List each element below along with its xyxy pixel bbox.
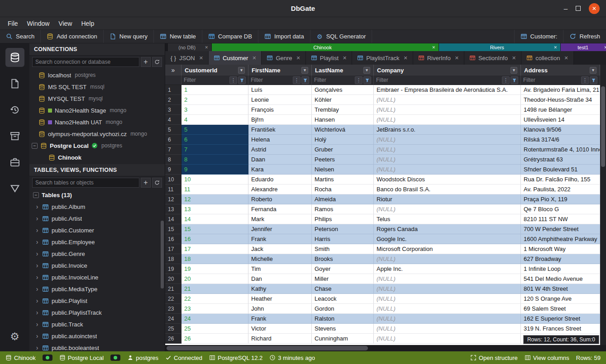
connection-item[interactable]: MYSQL TESTmysql	[29, 93, 165, 104]
grid-cell[interactable]: 319 N. Frances Street	[521, 324, 600, 334]
grid-row[interactable]: 11LuísGonçalvesEmbraer - Empresa Brasile…	[165, 85, 600, 95]
menu-file[interactable]: File	[4, 19, 22, 28]
grid-cell[interactable]: Almeida	[312, 194, 374, 204]
tables-header[interactable]: TABLES, VIEWS, FUNCTIONS	[29, 164, 165, 176]
close-icon[interactable]: ✕	[296, 55, 301, 61]
close-icon[interactable]: ✕	[403, 55, 407, 61]
grid-cell[interactable]: 120 S Orange Ave	[521, 294, 600, 304]
grid-cell[interactable]: Woodstock Discos	[374, 175, 521, 184]
grid-cell[interactable]: (NULL)	[374, 165, 521, 175]
grid-cell[interactable]: 20	[181, 274, 248, 284]
grid-cell[interactable]: Wichterlová	[312, 125, 374, 135]
grid-cell[interactable]: (NULL)	[374, 334, 521, 344]
row-number[interactable]: 16	[165, 234, 181, 244]
chevron-right-icon[interactable]: ›	[35, 274, 39, 281]
grid-cell[interactable]: 700 W Pender Street	[521, 224, 600, 234]
grid-cell[interactable]: Riotur	[374, 194, 521, 204]
collapse-icon[interactable]: −	[33, 192, 39, 198]
row-number[interactable]: 19	[165, 264, 181, 274]
row-number[interactable]: 13	[165, 204, 181, 214]
grid-cell[interactable]: 10	[181, 175, 248, 184]
status-rows-59[interactable]: Rows: 59	[576, 355, 601, 361]
grid-cell[interactable]: Rotenturmstraße 4, 1010 Innere Stadt	[521, 145, 600, 155]
grid-cell[interactable]: 6	[181, 135, 248, 145]
grid-cell[interactable]: Apple Inc.	[374, 264, 521, 274]
tab-customer[interactable]: Customer✕	[209, 51, 262, 65]
row-number[interactable]: 26	[165, 334, 181, 344]
chevron-right-icon[interactable]: ›	[35, 297, 39, 304]
grid-cell[interactable]: Mark	[248, 214, 312, 224]
close-icon[interactable]: ✕	[432, 45, 435, 50]
grid-cell[interactable]: 13	[181, 204, 248, 214]
column-dropdown-button[interactable]: ▾	[238, 67, 245, 74]
grid-cell[interactable]: Rocha	[312, 184, 374, 194]
grid-cell[interactable]: Dan	[248, 274, 312, 284]
connection-item[interactable]: olympus-medportal.vychozi.czmongo	[29, 128, 165, 140]
grid-cell[interactable]: Köhler	[312, 95, 374, 105]
row-number[interactable]: 24	[165, 314, 181, 324]
grid-row[interactable]: 44BjřrnHansen(NULL)Ullevĺlsveien 14	[165, 115, 600, 125]
close-icon[interactable]: ✕	[512, 55, 516, 61]
row-number[interactable]: 5	[165, 125, 181, 135]
row-number[interactable]: 23	[165, 304, 181, 314]
grid-cell[interactable]: Rua Dr. Falcão Filho, 155	[521, 175, 600, 184]
nav-filter-nav[interactable]	[5, 179, 24, 198]
filter-cell-firstname[interactable]: Filter⋮	[248, 76, 312, 85]
grid-cell[interactable]: Ramos	[312, 204, 374, 214]
tab-json[interactable]: { }JSON✕	[165, 51, 209, 65]
toolbar-refresh-button[interactable]: Refresh	[563, 30, 606, 43]
grid-cell[interactable]: (NULL)	[374, 324, 521, 334]
db-tab-test1[interactable]: test1✕	[561, 43, 606, 51]
grid-cell[interactable]: Michelle	[248, 254, 312, 264]
close-icon[interactable]: ✕	[199, 55, 203, 61]
grid-cell[interactable]: Fernanda	[248, 204, 312, 214]
column-header-firstname[interactable]: FirstName▾	[248, 65, 312, 76]
grid-cell[interactable]: 1600 Amphitheatre Parkway	[521, 234, 600, 244]
grid-vertical-scrollbar[interactable]	[600, 65, 606, 345]
grid-cell[interactable]: Microsoft Corporation	[374, 244, 521, 254]
grid-cell[interactable]: Astrid	[248, 145, 312, 155]
grid-cell[interactable]: 2	[181, 95, 248, 105]
close-icon[interactable]: ✕	[455, 55, 459, 61]
table-item[interactable]: ›public.Playlist	[29, 295, 165, 307]
maximize-button[interactable]	[576, 6, 581, 11]
grid-cell[interactable]: 15	[181, 224, 248, 234]
close-button[interactable]: ✕	[589, 3, 600, 14]
nav-archive[interactable]	[5, 127, 24, 146]
row-number[interactable]: 1	[165, 85, 181, 95]
status-postgre-local[interactable]: Postgre Local	[59, 355, 104, 361]
tab-collection[interactable]: collection✕	[521, 51, 573, 65]
table-item[interactable]: ›public.Invoice	[29, 260, 165, 271]
table-item[interactable]: ›public.PlaylistTrack	[29, 307, 165, 318]
chevron-right-icon[interactable]: ›	[35, 227, 39, 234]
grid-cell[interactable]: František	[248, 125, 312, 135]
grid-cell[interactable]: Leacock	[312, 294, 374, 304]
grid-cell[interactable]: (NULL)	[374, 314, 521, 324]
grid-row[interactable]: 1818MichelleBrooks(NULL)627 Broadway	[165, 254, 600, 264]
scroll-thumb[interactable]	[167, 346, 368, 350]
grid-cell[interactable]: 8	[181, 155, 248, 165]
tab-playlisttrack[interactable]: PlaylistTrack✕	[352, 51, 413, 65]
tab-riverinfo[interactable]: RiverInfo✕	[413, 51, 464, 65]
grid-cell[interactable]: 3	[181, 105, 248, 115]
grid-cell[interactable]: 69 Salem Street	[521, 304, 600, 314]
row-number[interactable]: 10	[165, 175, 181, 184]
grid-cell[interactable]: Grétrystraat 63	[521, 155, 600, 165]
column-header-customerid[interactable]: CustomerId▾	[181, 65, 248, 76]
nav-database[interactable]	[5, 48, 24, 67]
connection-item[interactable]: localhostpostgres	[29, 69, 165, 81]
status-postgresql-12-2[interactable]: PostgreSQL 12.2	[209, 355, 262, 361]
close-icon[interactable]: ✕	[564, 55, 568, 61]
grid-cell[interactable]: 26	[181, 334, 248, 344]
filter-cell-lastname[interactable]: Filter⋮	[312, 76, 374, 85]
status-connected[interactable]: Connected	[165, 355, 202, 361]
nav-history[interactable]	[5, 100, 24, 119]
grid-row[interactable]: 1717JackSmithMicrosoft Corporation1 Micr…	[165, 244, 600, 254]
grid-cell[interactable]: 162 E Superior Street	[521, 314, 600, 324]
grid-cell[interactable]: 12	[181, 194, 248, 204]
chevron-right-icon[interactable]: ›	[35, 203, 39, 210]
tables-group[interactable]: − Tables (13)	[29, 189, 165, 201]
grid-row[interactable]: 77AstridGruber(NULL)Rotenturmstraße 4, 1…	[165, 145, 600, 155]
table-item[interactable]: ›public.Album	[29, 201, 165, 213]
grid-cell[interactable]: Goyer	[312, 264, 374, 274]
